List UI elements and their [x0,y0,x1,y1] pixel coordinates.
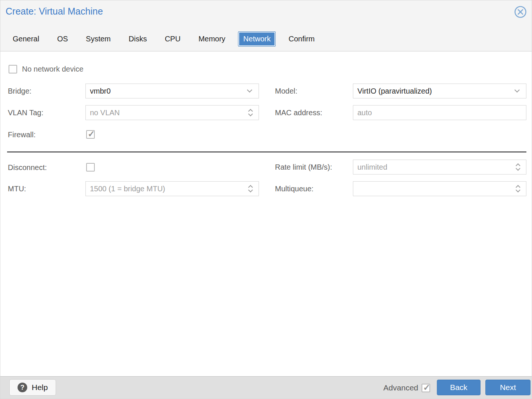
dialog-header: Create: Virtual Machine General OS Syste… [0,0,532,51]
tab-cpu[interactable]: CPU [165,35,181,43]
vlan-tag-input[interactable] [86,106,259,120]
mtu-input[interactable] [86,182,259,196]
tab-os[interactable]: OS [57,35,68,43]
mtu-label: MTU: [8,181,26,196]
chevron-down-icon [248,111,253,116]
advanced-label: Advanced [384,383,418,392]
mtu-spin-buttons[interactable] [247,182,254,196]
next-button[interactable]: Next [485,380,531,395]
help-icon: ? [18,383,27,392]
disconnect-label: Disconnect: [8,160,47,175]
model-input[interactable] [353,84,526,98]
tab-system[interactable]: System [86,35,111,43]
model-dropdown-trigger[interactable] [513,84,521,98]
mtu-spinner[interactable] [85,181,259,196]
chevron-down-icon [514,87,520,92]
tab-bar: General OS System Disks CPU Memory Netwo… [13,30,314,48]
advanced-checkbox[interactable] [422,384,430,392]
help-button[interactable]: ? Help [9,379,56,396]
rate-limit-spinner[interactable] [353,160,526,175]
chevron-down-icon [247,87,252,92]
multiqueue-input[interactable] [353,182,526,196]
tab-confirm[interactable]: Confirm [288,35,314,43]
advanced-toggle-row: Advanced [384,383,430,392]
dialog-footer: ? Help Advanced Back Next [0,376,532,399]
vlan-tag-label: VLAN Tag: [8,105,43,120]
no-network-device-label: No network device [22,65,84,73]
vlan-tag-spin-buttons[interactable] [247,106,254,120]
chevron-down-icon [248,188,253,192]
tab-network[interactable]: Network [238,31,276,47]
rate-limit-label: Rate limit (MB/s): [275,160,332,175]
dialog-title: Create: Virtual Machine [6,6,103,17]
disconnect-checkbox[interactable] [86,163,95,172]
advanced-section-divider [7,151,526,153]
multiqueue-spinner[interactable] [353,181,526,196]
chevron-down-icon [516,166,520,171]
vlan-tag-spinner[interactable] [85,105,259,120]
no-network-device-row: No network device [9,65,84,73]
multiqueue-spin-buttons[interactable] [514,182,522,196]
firewall-label: Firewall: [8,127,35,142]
create-vm-dialog: Create: Virtual Machine General OS Syste… [0,0,532,399]
mac-address-field[interactable] [353,105,526,120]
back-button[interactable]: Back [437,380,481,395]
multiqueue-label: Multiqueue: [275,181,313,196]
rate-limit-spin-buttons[interactable] [514,160,522,174]
mac-address-label: MAC address: [275,105,322,120]
help-button-label: Help [32,383,48,392]
bridge-dropdown-trigger[interactable] [246,84,253,98]
tab-memory[interactable]: Memory [198,35,225,43]
model-combobox[interactable] [353,84,526,98]
rate-limit-input[interactable] [353,160,526,174]
bridge-label: Bridge: [8,84,31,98]
tab-disks[interactable]: Disks [129,35,147,43]
firewall-checkbox[interactable] [86,130,95,139]
tab-general[interactable]: General [13,35,39,43]
mac-address-input[interactable] [353,106,526,120]
close-icon[interactable] [514,6,527,18]
bridge-combobox[interactable] [85,84,259,98]
chevron-down-icon [516,188,520,192]
no-network-device-checkbox[interactable] [9,65,17,73]
bridge-input[interactable] [86,84,259,98]
model-label: Model: [275,84,297,98]
